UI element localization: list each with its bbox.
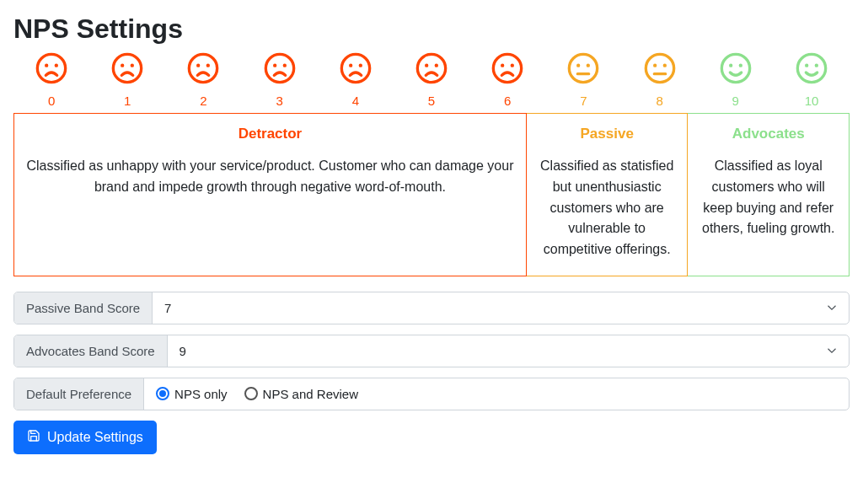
- passive-desc: Classified as statisfied but unenthusias…: [537, 156, 678, 260]
- nps-face-10: 10: [774, 51, 850, 108]
- passive-band-row: Passive Band Score 7: [13, 292, 850, 324]
- advocates-desc: Classified as loyal customers who will k…: [698, 156, 839, 239]
- svg-point-2: [55, 64, 58, 67]
- svg-point-17: [435, 64, 438, 67]
- nps-face-number: 10: [805, 94, 819, 108]
- nps-face-9: 9: [698, 51, 774, 108]
- svg-point-12: [341, 54, 369, 82]
- advocates-band-row: Advocates Band Score 9: [13, 335, 850, 367]
- svg-point-33: [805, 64, 808, 67]
- passive-title: Passive: [537, 126, 678, 142]
- svg-point-22: [576, 64, 580, 67]
- svg-point-32: [797, 54, 825, 82]
- svg-point-4: [121, 64, 124, 67]
- detractor-desc: Classified as unhappy with your service/…: [24, 156, 516, 198]
- svg-point-8: [206, 64, 210, 67]
- radio-nps-and-review[interactable]: NPS and Review: [244, 387, 358, 401]
- nps-face-4: 4: [318, 51, 394, 108]
- advocates-box: Advocates Classified as loyal customers …: [688, 113, 850, 276]
- passive-band-value: 7: [164, 301, 171, 315]
- save-icon: [27, 429, 40, 446]
- detractor-title: Detractor: [24, 126, 516, 142]
- frown-face-icon: [263, 51, 297, 88]
- chevron-down-icon: [827, 344, 837, 358]
- nps-face-number: 7: [580, 94, 587, 108]
- svg-point-3: [114, 54, 142, 82]
- nps-face-1: 1: [89, 51, 165, 108]
- svg-point-13: [349, 64, 352, 67]
- nps-face-number: 2: [200, 94, 206, 108]
- svg-point-14: [359, 64, 362, 67]
- nps-face-number: 6: [504, 94, 511, 108]
- neutral-face-icon: [566, 51, 600, 88]
- nps-face-number: 0: [48, 94, 55, 108]
- frown-face-icon: [339, 51, 373, 88]
- nps-face-number: 9: [732, 94, 739, 108]
- frown-face-icon: [415, 51, 448, 88]
- radio-nps-and-review-label: NPS and Review: [263, 387, 358, 401]
- svg-point-11: [282, 64, 286, 67]
- nps-face-0: 0: [13, 51, 89, 108]
- svg-point-10: [273, 64, 276, 67]
- advocates-title: Advocates: [698, 126, 839, 142]
- category-boxes: Detractor Classified as unhappy with you…: [13, 113, 850, 276]
- svg-point-18: [494, 54, 522, 82]
- svg-point-16: [425, 64, 428, 67]
- nps-face-number: 8: [656, 94, 662, 108]
- detractor-box: Detractor Classified as unhappy with you…: [13, 113, 527, 276]
- nps-face-5: 5: [394, 51, 469, 108]
- radio-unchecked-icon: [244, 387, 258, 400]
- chevron-down-icon: [827, 301, 837, 315]
- svg-point-25: [646, 54, 673, 82]
- update-settings-button[interactable]: Update Settings: [13, 421, 157, 454]
- nps-face-number: 1: [124, 94, 131, 108]
- smile-face-icon: [719, 51, 753, 88]
- frown-face-icon: [186, 51, 220, 88]
- advocates-band-label: Advocates Band Score: [14, 335, 168, 367]
- svg-point-23: [587, 64, 590, 67]
- svg-point-21: [570, 54, 598, 82]
- update-settings-label: Update Settings: [47, 430, 143, 445]
- nps-face-3: 3: [242, 51, 318, 108]
- svg-point-5: [131, 64, 134, 67]
- radio-nps-only[interactable]: NPS only: [156, 387, 228, 401]
- nps-face-6: 6: [469, 51, 545, 108]
- nps-face-8: 8: [622, 51, 698, 108]
- frown-face-icon: [110, 51, 144, 88]
- svg-point-30: [729, 64, 732, 67]
- svg-point-27: [662, 64, 666, 67]
- svg-point-15: [417, 54, 445, 82]
- passive-band-label: Passive Band Score: [14, 292, 153, 324]
- svg-point-29: [721, 54, 749, 82]
- svg-point-26: [653, 64, 657, 67]
- default-preference-value: NPS only NPS and Review: [144, 378, 849, 410]
- svg-point-19: [501, 64, 504, 67]
- svg-point-34: [815, 64, 818, 67]
- nps-face-number: 3: [276, 94, 282, 108]
- svg-point-1: [45, 64, 48, 67]
- svg-point-6: [190, 54, 217, 82]
- passive-band-select[interactable]: 7: [153, 292, 849, 324]
- default-preference-label: Default Preference: [14, 378, 144, 410]
- radio-nps-only-label: NPS only: [174, 387, 228, 401]
- svg-point-0: [37, 54, 65, 82]
- frown-face-icon: [35, 51, 68, 88]
- svg-point-20: [511, 64, 514, 67]
- svg-point-7: [196, 64, 200, 67]
- nps-face-7: 7: [545, 51, 621, 108]
- nps-face-number: 4: [352, 94, 359, 108]
- radio-checked-icon: [156, 387, 169, 400]
- svg-point-9: [265, 54, 293, 82]
- advocates-band-select[interactable]: 9: [168, 335, 849, 367]
- page-title: NPS Settings: [13, 13, 850, 45]
- advocates-band-value: 9: [180, 344, 186, 358]
- nps-face-2: 2: [165, 51, 241, 108]
- nps-faces-row: 012345678910: [13, 51, 850, 108]
- svg-point-31: [738, 64, 742, 67]
- passive-box: Passive Classified as statisfied but une…: [527, 113, 689, 276]
- neutral-face-icon: [643, 51, 677, 88]
- smile-face-icon: [795, 51, 828, 88]
- default-preference-row: Default Preference NPS only NPS and Revi…: [13, 378, 850, 410]
- nps-face-number: 5: [428, 94, 435, 108]
- frown-face-icon: [490, 51, 524, 88]
